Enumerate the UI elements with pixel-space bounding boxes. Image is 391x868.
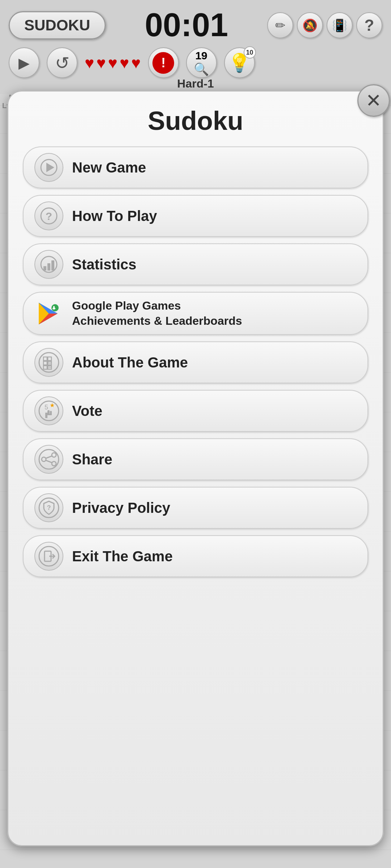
share-label: Share: [72, 451, 112, 468]
vote-icon: 5 ★: [34, 396, 63, 425]
header-middle: ▶ ↺ ♥ ♥ ♥ ♥ ♥ ! 19 🔍 💡 10: [0, 44, 391, 78]
svg-point-8: [51, 304, 59, 311]
menu-list: New Game ? How To Play Stat: [23, 146, 368, 577]
magnify-icon: 🔍: [194, 62, 209, 76]
svg-point-28: [42, 457, 46, 461]
vibrate-button[interactable]: 📳: [327, 12, 353, 38]
play-button[interactable]: ▶: [9, 47, 39, 78]
share-button[interactable]: Share: [23, 438, 368, 480]
privacy-button[interactable]: ? Privacy Policy: [23, 487, 368, 529]
google-play-text: Google Play Games Achievements & Leaderb…: [72, 298, 242, 328]
new-game-icon: [34, 153, 63, 182]
how-to-play-icon: ?: [34, 201, 63, 230]
svg-line-31: [46, 460, 52, 463]
modal-title: Sudoku: [148, 106, 243, 136]
vote-button[interactable]: 5 ★ Vote: [23, 390, 368, 432]
svg-text:KU: KU: [47, 365, 51, 369]
svg-rect-13: [48, 357, 51, 361]
lightbulb-button[interactable]: 💡 10: [224, 47, 255, 78]
svg-text:SU: SU: [47, 361, 51, 365]
timer-display: 00:01: [113, 7, 260, 44]
alert-button[interactable]: !: [148, 47, 179, 78]
about-button[interactable]: SU KU About The Game: [23, 341, 368, 383]
svg-point-29: [52, 461, 56, 466]
heart-3: ♥: [108, 54, 117, 72]
svg-rect-25: [50, 411, 52, 414]
top-right-icons: ✏ 🔕 📳 ?: [267, 12, 382, 38]
svg-point-37: [49, 556, 51, 557]
pencil-button[interactable]: ✏: [267, 12, 293, 38]
svg-rect-5: [43, 266, 46, 271]
statistics-icon: [34, 250, 63, 279]
alert-icon: !: [152, 52, 174, 74]
svg-text:?: ?: [47, 504, 51, 511]
svg-text:?: ?: [46, 210, 52, 222]
how-to-play-label: How To Play: [72, 208, 157, 224]
svg-text:★: ★: [50, 402, 55, 408]
statistics-button[interactable]: Statistics: [23, 243, 368, 285]
svg-rect-24: [47, 410, 50, 414]
svg-line-30: [46, 456, 52, 458]
about-label: About The Game: [72, 354, 188, 371]
google-play-button[interactable]: Google Play Games Achievements & Leaderb…: [23, 292, 368, 335]
exit-label: Exit The Game: [72, 548, 173, 565]
how-to-play-button[interactable]: ? How To Play: [23, 195, 368, 237]
vote-label: Vote: [72, 403, 102, 419]
heart-1: ♥: [85, 54, 94, 72]
share-icon: [34, 445, 63, 474]
close-icon: ✕: [366, 90, 382, 111]
new-game-label: New Game: [72, 159, 146, 176]
mute-button[interactable]: 🔕: [297, 12, 323, 38]
close-button[interactable]: ✕: [357, 84, 390, 117]
svg-rect-10: [52, 308, 55, 309]
svg-rect-12: [43, 357, 47, 361]
difficulty-label: Hard-1: [9, 77, 382, 90]
svg-point-27: [52, 453, 56, 457]
statistics-label: Statistics: [72, 256, 136, 273]
exit-button[interactable]: Exit The Game: [23, 535, 368, 577]
svg-rect-6: [47, 263, 50, 271]
help-button[interactable]: ?: [356, 12, 382, 38]
lightbulb-badge: 10: [244, 46, 256, 59]
header: SUDOKU 00:01 ✏ 🔕 📳 ? ▶ ↺ ♥ ♥ ♥ ♥ ♥ ! 19 …: [0, 0, 391, 94]
exit-icon: [34, 542, 63, 571]
heart-4: ♥: [119, 54, 129, 72]
heart-5: ♥: [131, 54, 141, 72]
privacy-icon: ?: [34, 493, 63, 522]
privacy-label: Privacy Policy: [72, 500, 170, 516]
heart-2: ♥: [96, 54, 106, 72]
svg-point-34: [39, 546, 59, 566]
refresh-button[interactable]: ↺: [47, 47, 77, 78]
svg-marker-1: [46, 163, 54, 172]
menu-modal: ✕ Sudoku New Game ? How To Play: [7, 90, 384, 846]
hint-count-button[interactable]: 19 🔍: [186, 47, 217, 78]
svg-rect-7: [51, 260, 54, 271]
new-game-button[interactable]: New Game: [23, 146, 368, 188]
header-top: SUDOKU 00:01 ✏ 🔕 📳 ?: [0, 0, 391, 44]
svg-text:5: 5: [45, 404, 48, 411]
app-logo: SUDOKU: [9, 11, 106, 39]
lives-display: ♥ ♥ ♥ ♥ ♥: [85, 54, 141, 72]
hint-count: 19: [195, 50, 207, 62]
google-play-icon: [34, 299, 63, 328]
about-icon: SU KU: [34, 348, 63, 377]
